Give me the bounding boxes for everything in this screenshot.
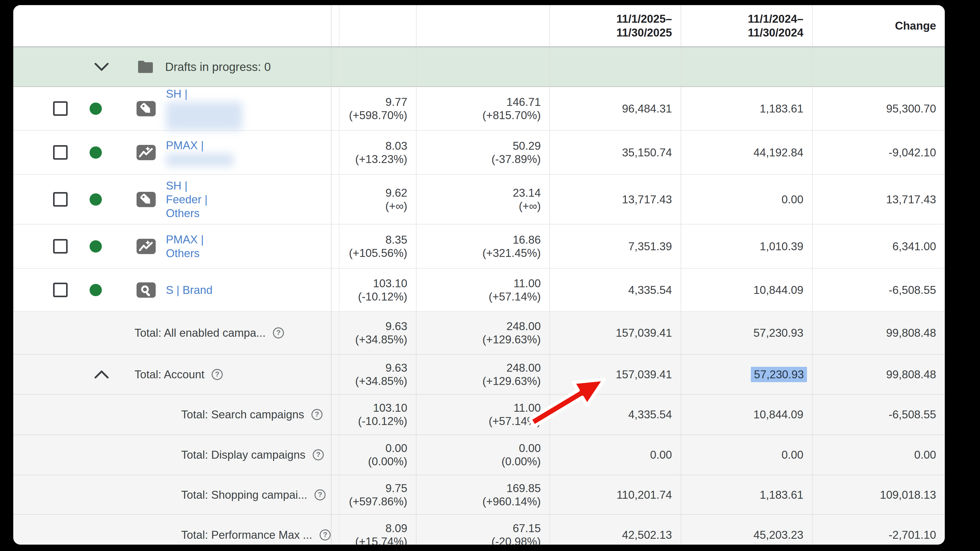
status-enabled-dot[interactable] [89,146,102,159]
metric-value: 35,150.74 [622,146,672,159]
campaign-name-link[interactable]: SH | [166,87,242,130]
campaign-table-page: 11/1/2025– 11/30/2025 11/1/2024– 11/30/2… [13,5,945,545]
prev-cell: 1,183.61 [681,87,813,130]
help-icon[interactable]: ? [311,408,323,421]
chevron-up-icon[interactable] [94,370,110,380]
row-checkbox[interactable] [53,192,68,206]
metric-value: 146.71 [506,95,541,109]
metric-change-pct: (+15.74%) [355,535,407,545]
change-cell: 6,341.00 [813,224,945,268]
status-enabled-dot[interactable] [89,103,102,115]
help-icon[interactable]: ? [314,489,326,501]
campaign-name-line[interactable]: SH | [166,87,188,101]
campaign-name-link[interactable]: SH |Feeder |Others [166,179,207,220]
prev-cell: 10,844.09 [681,268,813,311]
campaign-row: SH |Feeder |Others9.62(+∞)23.14(+∞)13,71… [13,175,945,224]
metric-change-pct: (+∞) [385,200,407,213]
change-column-label: Change [895,19,936,33]
campaign-name-line[interactable]: S | Brand [166,283,213,297]
row-checkbox[interactable] [53,283,68,297]
metric-value: 44,192.84 [753,146,803,159]
frozen-column-divider [331,354,339,394]
metric-value[interactable]: 57,230.93 [751,367,807,382]
screenshot-stage: 11/1/2025– 11/30/2025 11/1/2024– 11/30/2… [0,0,980,551]
header-name-cell [13,5,331,46]
help-icon[interactable]: ? [211,368,223,381]
help-icon[interactable]: ? [272,327,285,339]
metric-value: 8.35 [385,233,407,246]
metric-change-pct: (0.00%) [501,455,541,468]
previous-period-line1: 11/1/2024– [748,12,803,26]
metric-value: 9.63 [385,361,407,375]
status-enabled-dot[interactable] [89,284,102,296]
prev-cell: 0.00 [681,175,813,224]
row-checkbox[interactable] [53,239,68,254]
previous-period-line2: 11/30/2024 [748,26,803,40]
metric-value: 0.00 [781,193,803,206]
total-row: Total: Account?9.63(+34.85%)248.00(+129.… [13,354,945,395]
total-row: Total: Performance Max ...?8.09(+15.74%)… [13,515,945,545]
b-cell: 23.14(+∞) [417,175,550,224]
row-checkbox[interactable] [53,145,68,160]
total-label: Total: Performance Max ... [181,529,312,541]
svg-text:?: ? [315,410,319,418]
row-checkbox[interactable] [53,101,68,116]
total-label: Total: Account [135,368,204,381]
metric-value: 96,484.31 [622,102,672,115]
campaign-name-line[interactable]: Others [166,246,200,260]
prev-cell: 57,230.93 [681,354,813,394]
campaign-name-line[interactable]: Feeder | [166,192,207,206]
metric-change-pct: (+∞) [519,200,541,213]
metric-value: 10,844.09 [753,408,803,421]
campaign-name-link[interactable]: PMAX | [166,138,234,167]
campaign-row: SH |9.77(+598.70%)146.71(+815.70%)96,484… [13,87,945,130]
campaign-name-line[interactable]: SH | [166,179,188,192]
change-cell: -6,508.55 [813,268,945,311]
drafts-label: Drafts in progress: 0 [165,60,271,74]
campaign-name-line[interactable]: Others [166,206,200,220]
campaign-name-link[interactable]: PMAX |Others [166,233,204,260]
svg-text:?: ? [316,450,320,458]
redacted-blur [166,102,242,130]
b-cell: 248.00(+129.63%) [417,312,550,354]
cur-cell: 13,717.43 [550,175,681,224]
campaign-name-line[interactable]: PMAX | [166,233,204,246]
metric-change-pct: (+105.56%) [349,246,407,260]
status-enabled-dot[interactable] [89,240,102,252]
frozen-column-divider [331,175,339,224]
metric-value: 110,201.74 [617,488,672,502]
svg-text:?: ? [323,530,327,538]
frozen-column-divider [331,475,339,514]
metric-value: 9.62 [385,186,407,200]
campaign-name-line[interactable]: PMAX | [166,138,204,152]
svg-text:?: ? [215,370,219,378]
chevron-down-icon[interactable] [94,62,110,72]
total-row: Total: Shopping campai...?9.75(+597.86%)… [13,475,945,515]
change-cell: -2,701.10 [813,515,945,545]
status-enabled-dot[interactable] [89,193,102,206]
campaign-name-link[interactable]: S | Brand [166,283,213,297]
frozen-column-divider [331,5,339,46]
metric-change-pct: (+321.45%) [482,246,541,260]
help-icon[interactable]: ? [312,449,325,461]
metric-value: 57,230.93 [753,326,803,340]
cur-cell: 157,039.41 [550,312,681,354]
help-icon[interactable]: ? [319,529,331,541]
metric-value: 0.00 [650,448,672,462]
current-period-line2: 11/30/2025 [616,26,672,40]
metric-value: 11.00 [514,277,541,290]
header-metric-a-cell [339,5,417,46]
header-current-period-cell: 11/1/2025– 11/30/2025 [550,5,681,46]
performance-max-icon [137,145,156,160]
campaign-row: S | Brand103.10(-10.12%)11.00(+57.14%)4,… [13,268,945,312]
a-cell: 8.09(+15.74%) [339,515,417,545]
metric-value: -9,042.10 [889,146,936,159]
frozen-column-divider [331,47,339,86]
metric-value: 23.14 [513,186,541,200]
metric-value: 6,341.00 [892,240,936,253]
metric-value: 50.29 [513,139,541,152]
metric-value: 4,335.54 [628,283,672,297]
total-label-cell: Total: Account? [13,354,331,394]
metric-value: 7,351.39 [628,240,672,253]
b-cell: 11.00(+57.14%) [417,268,550,311]
